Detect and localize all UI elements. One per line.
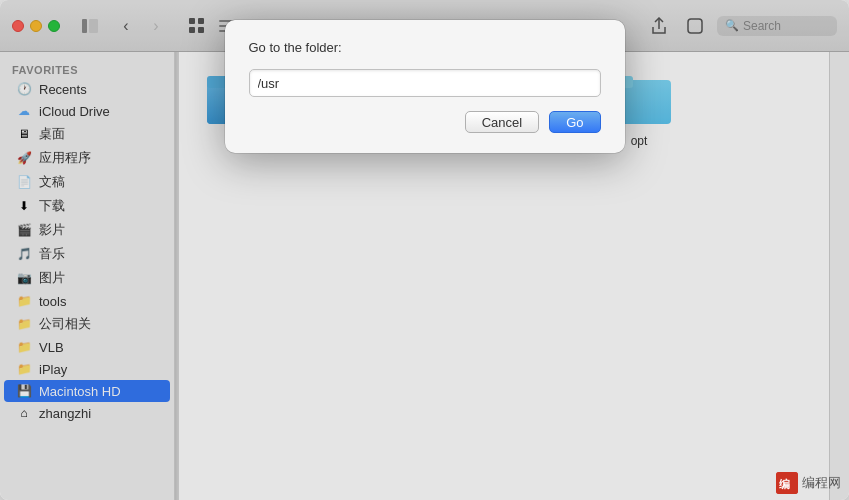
folder-path-input[interactable]	[249, 69, 601, 97]
dialog-buttons: Cancel Go	[249, 111, 601, 133]
goto-folder-dialog: Go to the folder: Cancel Go	[225, 52, 625, 153]
watermark-logo: 编	[776, 472, 798, 494]
watermark-label: 编程网	[802, 474, 841, 492]
watermark: 编 编程网	[776, 472, 841, 494]
content-area: Favorites 🕐 Recents ☁ iCloud Drive 🖥 桌面 …	[0, 52, 849, 500]
dialog-title: Go to the folder:	[249, 52, 601, 55]
finder-window: ‹ ›	[0, 0, 849, 500]
svg-text:编: 编	[779, 478, 790, 490]
cancel-button[interactable]: Cancel	[465, 111, 539, 133]
go-button[interactable]: Go	[549, 111, 600, 133]
modal-overlay: Go to the folder: Cancel Go	[0, 52, 849, 500]
